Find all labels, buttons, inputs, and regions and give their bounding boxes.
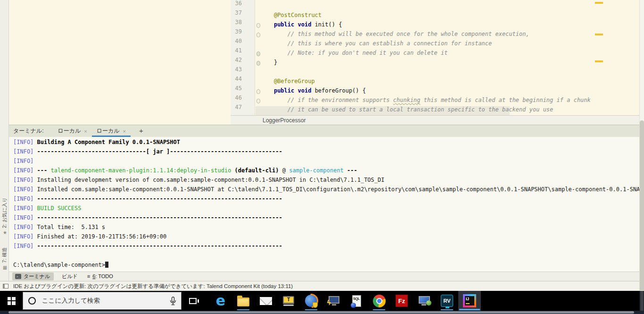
- horizontal-scrollbar-thumb[interactable]: [8, 311, 634, 314]
- line-number: 42: [231, 57, 255, 66]
- terminal-tab[interactable]: ローカル×: [53, 125, 91, 137]
- code-line: public void beforeGroup() {: [255, 87, 639, 97]
- edge-icon: e: [216, 294, 225, 308]
- code-line: // it can be used to start a local trans…: [255, 106, 639, 116]
- fold-marker[interactable]: [256, 89, 260, 94]
- status-bar: IDE およびプラグインの更新: 次のプラグインは更新する準備ができています: …: [0, 281, 644, 291]
- windows-taskbar: ここに入力して検索 eTϟSQLFzRVIJ: [0, 291, 644, 311]
- chrome-icon: [373, 295, 386, 307]
- terminal-tab[interactable]: ローカル×: [92, 125, 131, 137]
- code-line: }: [255, 59, 639, 68]
- code-line: [255, 68, 639, 78]
- line-number: 47: [231, 104, 255, 113]
- terminal-cursor: [105, 262, 108, 268]
- line-number: 39: [231, 28, 255, 38]
- taskbar-app-teraterm[interactable]: T: [277, 291, 300, 311]
- intellij-icon: IJ: [463, 294, 476, 307]
- terminal-line: [INFO] Building A Component Family 0.0.1…: [13, 139, 639, 148]
- code-line: [255, 2, 639, 12]
- taskbar-app-filezilla[interactable]: Fz: [390, 291, 413, 311]
- toolwindow-button-label: 6: TODO: [92, 273, 113, 279]
- toolwindow-button-bar: >_ターミナルビルド≡6: TODO: [9, 272, 639, 281]
- code-line: @BeforeGroup: [255, 78, 639, 87]
- line-number: 37: [231, 9, 255, 19]
- running-indicator: [441, 309, 453, 310]
- fold-marker[interactable]: [256, 99, 260, 103]
- taskbar-app-globe[interactable]: [300, 291, 322, 311]
- vertical-scrollbar-thumb-dark[interactable]: [640, 291, 644, 311]
- fold-marker[interactable]: [256, 51, 260, 56]
- code-line: // Note: if you don't need it you can de…: [255, 50, 639, 59]
- terminal-line: [INFO] Total time: 5.131 s: [13, 224, 639, 233]
- toolwindow-button-label: ビルド: [62, 273, 78, 280]
- taskbar-app-intellij[interactable]: IJ: [458, 291, 481, 311]
- taskbar-app-pcremote[interactable]: [413, 291, 436, 311]
- taskbar-search-input[interactable]: ここに入力して検索: [23, 292, 182, 310]
- teraterm-icon: T: [283, 296, 294, 304]
- terminal-line: [INFO]: [13, 158, 639, 167]
- code-line: // if the environment supports chunking …: [255, 97, 639, 106]
- terminal-tabs: ローカル×ローカル×: [53, 125, 131, 137]
- structure-icon: ▦: [2, 265, 7, 270]
- terminal-tab-label: ローカル: [97, 127, 120, 135]
- fold-marker[interactable]: [256, 33, 260, 37]
- vertical-scrollbar-thumb[interactable]: [640, 120, 644, 290]
- editor-tab-bar: LoggerProcessor: [231, 115, 639, 125]
- stripe-button-label: 2: お気に入り: [1, 197, 8, 228]
- stripe-button-favorites[interactable]: ★2: お気に入り: [1, 197, 8, 235]
- line-number: 45: [231, 85, 255, 94]
- terminal-line: [INFO] BUILD SUCCESS: [13, 205, 639, 214]
- new-terminal-tab-button[interactable]: +: [136, 125, 146, 137]
- terminal-header: ターミナル: ローカル×ローカル× +: [9, 125, 639, 137]
- close-tab-icon[interactable]: ×: [84, 128, 87, 134]
- toolwindow-button-label: ターミナル: [24, 273, 50, 280]
- taskbar-app-sql[interactable]: SQL: [345, 291, 368, 311]
- code-editor[interactable]: @PostConstruct public void init() { // t…: [255, 2, 639, 116]
- ide-window: 363738394041424344454647 @PostConstruct …: [0, 0, 644, 314]
- terminal-label: ターミナル:: [9, 125, 43, 137]
- terminal-line: C:\talend\sample-component>: [13, 262, 639, 271]
- taskbar-app-edge[interactable]: e: [209, 291, 232, 311]
- globe-icon: [305, 295, 317, 307]
- terminal-icon: >_: [15, 274, 21, 279]
- editor-gutter: 363738394041424344454647: [231, 0, 255, 115]
- toolwindow-button-todo[interactable]: ≡6: TODO: [84, 272, 117, 280]
- status-message[interactable]: IDE およびプラグインの更新: 次のプラグインは更新する準備ができています: …: [13, 283, 293, 290]
- line-number: 43: [231, 66, 255, 76]
- fold-marker[interactable]: [256, 23, 260, 28]
- sql-icon: SQL: [352, 295, 361, 307]
- terminal-output[interactable]: [INFO] Building A Component Family 0.0.1…: [9, 137, 639, 272]
- terminal-line: [INFO] --- talend-component-maven-plugin…: [13, 167, 639, 177]
- terminal-line: [INFO] Finished at: 2019-10-21T15:56:16+…: [13, 233, 639, 243]
- taskbar-app-realvnc[interactable]: RV: [436, 291, 458, 311]
- taskbar-app-mail[interactable]: [255, 291, 277, 311]
- line-number: 44: [231, 76, 255, 85]
- change-marker: [595, 34, 603, 35]
- windows-logo-icon: [8, 297, 16, 305]
- start-button[interactable]: [0, 291, 23, 311]
- code-line: // this is where you can establish a con…: [255, 40, 639, 50]
- toolwindow-button-terminal[interactable]: >_ターミナル: [12, 272, 54, 280]
- toolwindow-button-build[interactable]: ビルド: [57, 272, 82, 280]
- editor-tab-loggerprocessor[interactable]: LoggerProcessor: [231, 116, 305, 125]
- terminal-line: [INFO] ---------------------------------…: [13, 243, 639, 252]
- taskbar-app-explorer[interactable]: [232, 291, 255, 311]
- code-line: // this method will be executed once for…: [255, 31, 639, 40]
- line-number: 41: [231, 47, 255, 57]
- toolwindow-toggle-icon[interactable]: [3, 284, 8, 289]
- explorer-icon: [237, 297, 249, 306]
- line-number: 36: [231, 0, 255, 9]
- running-indicator: [459, 309, 480, 310]
- change-marker: [595, 60, 603, 62]
- stripe-button-structure[interactable]: ▦7: 構造: [1, 247, 8, 270]
- taskbar-app-pclight[interactable]: ϟ: [322, 291, 345, 311]
- task-view-button[interactable]: [182, 291, 204, 311]
- microphone-icon[interactable]: [170, 297, 176, 306]
- left-toolwindow-stripe: ★2: お気に入り▦7: 構造: [0, 0, 9, 281]
- close-tab-icon[interactable]: ×: [123, 128, 126, 134]
- fold-marker[interactable]: [256, 61, 260, 66]
- mail-icon: [260, 297, 272, 305]
- code-line: @PostConstruct: [255, 12, 639, 21]
- terminal-line: [INFO] Installed com.sample:sample-compo…: [13, 186, 639, 195]
- taskbar-app-chrome[interactable]: [368, 291, 390, 311]
